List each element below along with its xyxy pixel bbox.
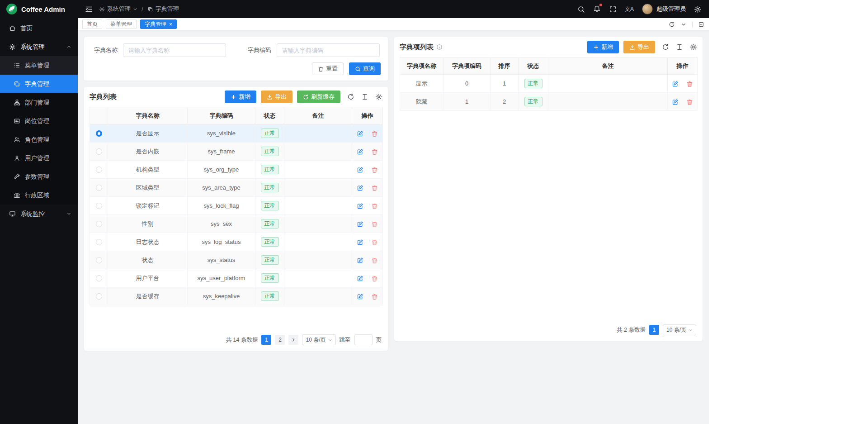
row-radio[interactable] — [96, 130, 102, 137]
sidebar-item-region-mgmt[interactable]: 行政区域 — [0, 186, 78, 205]
table-row[interactable]: 是否显示 sys_visible 正常 — [90, 124, 383, 143]
delete-icon[interactable] — [686, 99, 693, 105]
delete-icon[interactable] — [686, 81, 693, 87]
sidebar-item-user-mgmt[interactable]: 用户管理 — [0, 149, 78, 167]
edit-icon[interactable] — [357, 293, 363, 300]
delete-icon[interactable] — [371, 130, 378, 137]
tab-menu-mgmt[interactable]: 菜单管理 — [106, 19, 137, 29]
breadcrumb-current[interactable]: 字典管理 — [147, 5, 179, 13]
query-button[interactable]: 查询 — [349, 62, 381, 75]
delete-icon[interactable] — [371, 167, 378, 173]
page-jump-input[interactable] — [354, 334, 373, 345]
sidebar-item-param-mgmt[interactable]: 参数管理 — [0, 167, 78, 186]
search-icon[interactable] — [577, 5, 585, 13]
table-row[interactable]: 机构类型 sys_org_type 正常 — [90, 161, 383, 179]
refresh-icon[interactable] — [347, 93, 354, 100]
page-2-button[interactable]: 2 — [275, 335, 285, 345]
export-items-button[interactable]: 导出 — [623, 41, 655, 53]
reset-button[interactable]: 重置 — [312, 62, 344, 75]
menu-fold-icon[interactable] — [85, 5, 93, 13]
breadcrumb-parent[interactable]: 系统管理 — [99, 5, 137, 13]
settings-gear-icon[interactable] — [694, 5, 702, 13]
refresh-cache-button[interactable]: 刷新缓存 — [297, 91, 340, 103]
notifications-button[interactable] — [593, 5, 601, 14]
add-button[interactable]: 新增 — [225, 91, 256, 103]
row-radio[interactable] — [96, 185, 102, 191]
table-row[interactable]: 状态 sys_status 正常 — [90, 251, 383, 269]
add-item-button[interactable]: 新增 — [587, 41, 619, 53]
tab-home[interactable]: 首页 — [82, 19, 102, 29]
row-radio[interactable] — [96, 221, 102, 227]
delete-icon[interactable] — [371, 275, 378, 282]
edit-icon[interactable] — [357, 221, 363, 228]
sidebar-item-dict-mgmt[interactable]: 字典管理 — [0, 75, 78, 93]
delete-icon[interactable] — [371, 293, 378, 300]
edit-icon[interactable] — [357, 130, 363, 137]
delete-icon[interactable] — [371, 203, 378, 210]
edit-icon[interactable] — [357, 185, 363, 191]
density-icon[interactable] — [361, 93, 368, 100]
sidebar-item-dept-mgmt[interactable]: 部门管理 — [0, 93, 78, 112]
edit-icon[interactable] — [357, 203, 363, 210]
dict-code-cell: sys_org_type — [188, 161, 255, 179]
sidebar-item-role-mgmt[interactable]: 角色管理 — [0, 130, 78, 149]
dict-code-input[interactable] — [277, 43, 380, 57]
dict-code-cell: sys_status — [188, 251, 255, 269]
page-1-button[interactable]: 1 — [649, 325, 659, 335]
dict-name-input[interactable] — [123, 43, 226, 57]
sidebar-item-monitor[interactable]: 系统监控 — [0, 205, 78, 223]
content-fullscreen-icon[interactable] — [698, 21, 704, 28]
delete-icon[interactable] — [371, 221, 378, 228]
delete-icon[interactable] — [371, 257, 378, 264]
user-menu[interactable]: 超级管理员 — [642, 4, 686, 14]
edit-icon[interactable] — [357, 275, 363, 282]
sidebar-item-home[interactable]: 首页 — [0, 19, 78, 38]
close-icon[interactable]: × — [169, 22, 172, 27]
tab-dict-mgmt[interactable]: 字典管理 × — [140, 19, 177, 29]
table-row[interactable]: 性别 sys_sex 正常 — [90, 215, 383, 233]
refresh-icon[interactable] — [669, 21, 675, 28]
edit-icon[interactable] — [357, 167, 363, 173]
edit-icon[interactable] — [672, 81, 679, 87]
fullscreen-icon[interactable] — [609, 5, 617, 13]
edit-icon[interactable] — [357, 148, 363, 155]
wrench-icon — [14, 173, 20, 180]
info-icon[interactable] — [436, 44, 443, 50]
delete-icon[interactable] — [371, 239, 378, 246]
edit-icon[interactable] — [672, 99, 679, 105]
row-radio[interactable] — [96, 167, 102, 173]
refresh-icon[interactable] — [662, 43, 669, 51]
table-row[interactable]: 日志状态 sys_log_status 正常 — [90, 233, 383, 251]
sidebar-item-system[interactable]: 系统管理 — [0, 38, 78, 56]
table-row[interactable]: 隐藏 1 2 正常 — [400, 93, 698, 111]
column-settings-icon[interactable] — [690, 43, 697, 51]
table-row[interactable]: 显示 0 1 正常 — [400, 75, 698, 93]
row-radio[interactable] — [96, 203, 102, 209]
translate-icon[interactable]: 文A — [625, 5, 634, 13]
sidebar-item-post-mgmt[interactable]: 岗位管理 — [0, 112, 78, 130]
table-row[interactable]: 锁定标记 sys_lock_flag 正常 — [90, 197, 383, 215]
table-row[interactable]: 是否缓存 sys_keepalive 正常 — [90, 287, 383, 305]
density-icon[interactable] — [676, 43, 683, 51]
column-settings-icon[interactable] — [375, 93, 382, 100]
row-radio[interactable] — [96, 148, 102, 155]
export-button[interactable]: 导出 — [261, 91, 292, 103]
app-logo[interactable]: Coffee Admin — [0, 0, 78, 18]
row-radio[interactable] — [96, 257, 102, 263]
delete-icon[interactable] — [371, 148, 378, 155]
delete-icon[interactable] — [371, 185, 378, 191]
edit-icon[interactable] — [357, 239, 363, 246]
sidebar-item-menu-mgmt[interactable]: 菜单管理 — [0, 56, 78, 75]
chevron-down-icon[interactable] — [680, 21, 687, 28]
next-page-button[interactable] — [288, 335, 298, 345]
table-row[interactable]: 区域类型 sys_area_type 正常 — [90, 179, 383, 197]
edit-icon[interactable] — [357, 257, 363, 264]
page-size-select[interactable]: 10 条/页 — [663, 324, 696, 335]
table-row[interactable]: 用户平台 sys_user_platform 正常 — [90, 269, 383, 287]
row-radio[interactable] — [96, 239, 102, 245]
row-radio[interactable] — [96, 293, 102, 300]
table-row[interactable]: 是否内嵌 sys_frame 正常 — [90, 143, 383, 161]
page-1-button[interactable]: 1 — [261, 335, 271, 345]
row-radio[interactable] — [96, 275, 102, 281]
page-size-select[interactable]: 10 条/页 — [302, 334, 335, 345]
